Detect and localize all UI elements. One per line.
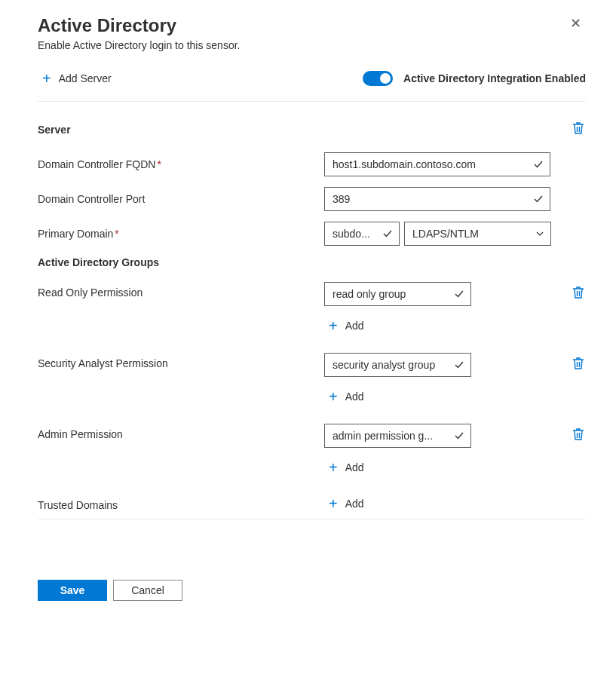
- check-icon: [454, 289, 464, 299]
- fqdn-label: Domain Controller FQDN*: [38, 158, 324, 170]
- integration-toggle-label: Active Directory Integration Enabled: [403, 72, 586, 84]
- check-icon: [454, 360, 464, 370]
- delete-security-analyst-group-button[interactable]: [571, 355, 586, 374]
- save-button[interactable]: Save: [38, 580, 107, 601]
- add-read-only-group-button[interactable]: + Add: [324, 317, 471, 335]
- close-button[interactable]: ✕: [565, 15, 586, 32]
- delete-server-button[interactable]: [571, 120, 586, 139]
- add-server-label: Add Server: [59, 72, 112, 84]
- close-icon: ✕: [570, 16, 581, 31]
- add-trusted-domain-button[interactable]: + Add: [324, 495, 369, 513]
- plus-icon: +: [42, 71, 51, 86]
- required-marker: *: [115, 228, 118, 240]
- cancel-button[interactable]: Cancel: [113, 580, 182, 601]
- check-icon: [533, 194, 544, 204]
- primary-domain-label: Primary Domain*: [38, 228, 324, 240]
- auth-method-value: LDAPS/NTLM: [412, 228, 535, 240]
- security-analyst-group-value: security analyst group: [333, 359, 454, 371]
- read-only-group-value: read only group: [333, 288, 454, 300]
- port-label: Domain Controller Port: [38, 193, 324, 205]
- divider: [38, 519, 586, 519]
- plus-icon: +: [329, 496, 338, 511]
- trusted-domains-label: Trusted Domains: [38, 495, 324, 511]
- check-icon: [382, 228, 393, 239]
- read-only-group-input[interactable]: read only group: [324, 282, 471, 306]
- security-analyst-group-input[interactable]: security analyst group: [324, 353, 471, 377]
- add-security-analyst-group-button[interactable]: + Add: [324, 388, 471, 406]
- admin-permission-label: Admin Permission: [38, 424, 324, 440]
- admin-group-value: admin permission g...: [333, 430, 454, 442]
- groups-heading: Active Directory Groups: [38, 256, 586, 268]
- add-label: Add: [345, 498, 364, 510]
- trash-icon: [572, 286, 584, 299]
- required-marker: *: [157, 158, 161, 170]
- read-only-label: Read Only Permission: [38, 282, 324, 299]
- primary-domain-input[interactable]: subdo...: [324, 222, 400, 246]
- page-title: Active Directory: [38, 15, 240, 36]
- check-icon: [454, 430, 464, 441]
- security-analyst-label: Security Analyst Permission: [38, 353, 324, 369]
- fqdn-value: host1.subdomain.contoso.com: [333, 158, 533, 170]
- add-server-button[interactable]: + Add Server: [38, 68, 119, 89]
- port-input[interactable]: 389: [324, 187, 550, 211]
- server-heading: Server: [38, 124, 71, 136]
- delete-admin-group-button[interactable]: [571, 426, 586, 445]
- admin-group-input[interactable]: admin permission g...: [324, 424, 471, 448]
- primary-domain-value: subdo...: [333, 228, 382, 240]
- divider: [38, 101, 586, 102]
- add-label: Add: [345, 461, 364, 473]
- delete-read-only-group-button[interactable]: [571, 284, 586, 303]
- fqdn-input[interactable]: host1.subdomain.contoso.com: [324, 152, 550, 176]
- add-label: Add: [345, 320, 364, 332]
- plus-icon: +: [329, 318, 338, 333]
- plus-icon: +: [329, 460, 338, 475]
- plus-icon: +: [329, 389, 338, 404]
- toggle-knob: [380, 73, 391, 84]
- check-icon: [533, 159, 544, 170]
- page-subtitle: Enable Active Directory login to this se…: [38, 39, 240, 51]
- port-value: 389: [333, 193, 533, 205]
- add-admin-group-button[interactable]: + Add: [324, 458, 471, 476]
- trash-icon: [572, 121, 584, 135]
- trash-icon: [572, 427, 584, 441]
- chevron-down-icon: [535, 229, 544, 238]
- trash-icon: [572, 357, 584, 370]
- auth-method-select[interactable]: LDAPS/NTLM: [404, 222, 551, 246]
- add-label: Add: [345, 391, 364, 403]
- integration-toggle[interactable]: [363, 71, 393, 86]
